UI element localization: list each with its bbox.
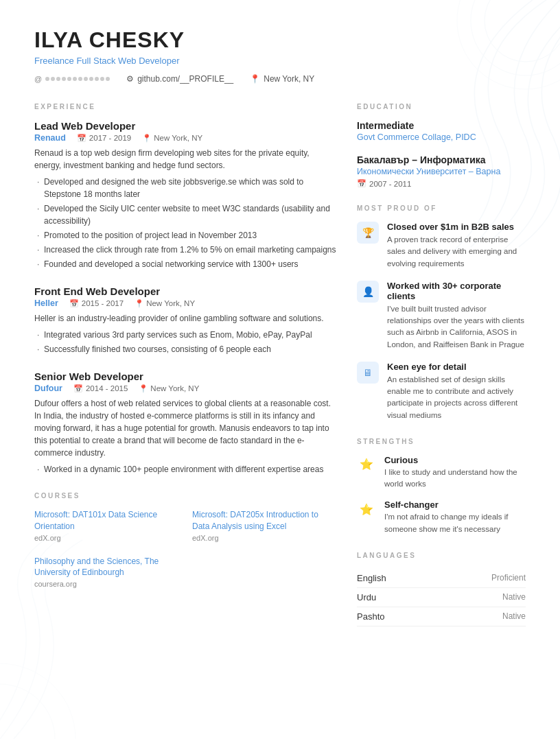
language-pashto: Pashto Native: [357, 607, 526, 626]
list-item: Successfully finished two courses, consi…: [34, 343, 336, 355]
list-item: Worked in a dynamic 100+ people environm…: [34, 463, 336, 476]
exp-desc-frontend: Heller is an industry-leading provider o…: [34, 312, 336, 325]
strength-item-curious: ⭐ Curious I like to study and understand…: [357, 455, 526, 491]
course-item-2: Microsoft: DAT205x Introduction to Data …: [192, 509, 336, 542]
strength-content-selfchanger: Self-changer I'm not afraid to change my…: [384, 500, 526, 535]
location-contact: 📍 New York, NY: [250, 74, 314, 84]
language-urdu: Urdu Native: [357, 588, 526, 607]
proud-desc-detail: An established set of design skills enab…: [387, 374, 526, 421]
github-contact: ⚙ github.com/__PROFILE__: [126, 74, 233, 84]
exp-item-frontend: Front End Web Developer Heller 📅 2015 - …: [34, 285, 336, 355]
list-item: Developed the Sicily UIC center website …: [34, 202, 336, 227]
edu-item-bachelor: Бакалавър – Информатика Икономически Уни…: [357, 154, 526, 188]
proud-content-sales: Closed over $1m in B2B sales A proven tr…: [387, 222, 526, 270]
proud-section-title: MOST PROUD OF: [357, 204, 526, 212]
courses-grid: Microsoft: DAT101x Data Science Orientat…: [34, 509, 336, 591]
resume-page: ILYA CHESKY Freelance Full Stack Web Dev…: [0, 0, 560, 654]
language-name-english: English: [357, 573, 386, 583]
list-item: Integrated various 3rd party services su…: [34, 329, 336, 341]
exp-company-dufour: Dufour: [34, 384, 62, 393]
contact-row: @ ⚙ github.com/__PROFILE__ 📍 New York, N…: [34, 74, 526, 84]
github-icon: ⚙: [126, 74, 134, 84]
location-icon-senior: 📍: [139, 384, 148, 393]
proud-desc-clients: I've built built trusted advisor relatio…: [387, 303, 526, 351]
right-column: EDUCATION Intermediate Govt Commerce Col…: [357, 103, 526, 626]
exp-meta-lead: Renaud 📅 2017 - 2019 📍 New York, NY: [34, 133, 336, 143]
github-value: github.com/__PROFILE__: [137, 74, 233, 84]
left-column: EXPERIENCE Lead Web Developer Renaud 📅 2…: [34, 103, 336, 626]
strength-title-selfchanger: Self-changer: [384, 500, 526, 510]
exp-meta-frontend: Heller 📅 2015 - 2017 📍 New York, NY: [34, 298, 336, 308]
monitor-icon: 🖥: [357, 362, 379, 384]
language-level-urdu: Native: [502, 592, 526, 602]
email-icon: @: [34, 75, 42, 83]
proud-title-clients: Worked with 30+ corporate clients: [387, 281, 526, 301]
course-title-3: Philosophy and the Sciences, The Univers…: [34, 556, 178, 579]
proud-item-detail: 🖥 Keen eye for detail An established set…: [357, 362, 526, 421]
strengths-section-title: STRENGTHS: [357, 438, 526, 445]
exp-company-renaud: Renaud: [34, 133, 66, 143]
exp-desc-senior: Dufour offers a host of web related serv…: [34, 397, 336, 459]
email-value: [45, 77, 110, 81]
proud-item-clients: 👤 Worked with 30+ corporate clients I've…: [357, 281, 526, 351]
course-title-1: Microsoft: DAT101x Data Science Orientat…: [34, 509, 178, 532]
star-icon-curious: ⭐: [357, 455, 376, 474]
strength-content-curious: Curious I like to study and understand h…: [384, 455, 526, 491]
person-icon: 👤: [357, 281, 379, 303]
exp-location-senior: 📍 New York, NY: [139, 384, 199, 393]
exp-title-lead: Lead Web Developer: [34, 120, 336, 132]
exp-desc-lead: Renaud is a top web design firm developi…: [34, 147, 336, 172]
proud-content-clients: Worked with 30+ corporate clients I've b…: [387, 281, 526, 351]
edu-dates-bachelor: 📅 2007 - 2011: [357, 179, 526, 188]
strength-desc-curious: I like to study and understand how the w…: [384, 467, 526, 491]
course-source-3: coursera.org: [34, 580, 178, 588]
edu-school-bachelor: Икономически Университет – Варна: [357, 167, 526, 176]
location-icon-lead: 📍: [142, 134, 152, 143]
list-item: Increased the click through rate from 1.…: [34, 244, 336, 256]
language-level-english: Proficient: [491, 573, 526, 583]
exp-company-heller: Heller: [34, 298, 58, 308]
header: ILYA CHESKY Freelance Full Stack Web Dev…: [34, 27, 526, 86]
location-icon-frontend: 📍: [135, 299, 144, 308]
svg-point-4: [0, 664, 75, 739]
proud-item-sales: 🏆 Closed over $1m in B2B sales A proven …: [357, 222, 526, 270]
edu-degree-bachelor: Бакалавър – Информатика: [357, 154, 526, 165]
exp-location-frontend: 📍 New York, NY: [135, 299, 195, 308]
proud-content-detail: Keen eye for detail An established set o…: [387, 362, 526, 421]
location-value: New York, NY: [264, 74, 314, 84]
strength-title-curious: Curious: [384, 455, 526, 465]
exp-bullets-lead: Developed and designed the web site jobb…: [34, 176, 336, 270]
exp-bullets-senior: Worked in a dynamic 100+ people environm…: [34, 463, 336, 476]
location-icon: 📍: [250, 74, 260, 84]
exp-meta-senior: Dufour 📅 2014 - 2015 📍 New York, NY: [34, 384, 336, 393]
course-title-2: Microsoft: DAT205x Introduction to Data …: [192, 509, 336, 532]
exp-item-senior: Senior Web Developer Dufour 📅 2014 - 201…: [34, 371, 336, 476]
language-level-pashto: Native: [502, 611, 526, 621]
svg-point-3: [0, 684, 55, 739]
strength-item-selfchanger: ⭐ Self-changer I'm not afraid to change …: [357, 500, 526, 535]
exp-title-senior: Senior Web Developer: [34, 371, 336, 382]
exp-dates-frontend: 📅 2015 - 2017: [69, 299, 124, 308]
exp-dates-lead: 📅 2017 - 2019: [77, 134, 131, 143]
exp-title-frontend: Front End Web Developer: [34, 285, 336, 297]
language-name-pashto: Pashto: [357, 611, 384, 622]
edu-degree-intermediate: Intermediate: [357, 120, 526, 131]
proud-desc-sales: A proven track record of enterprise sale…: [387, 234, 526, 270]
course-item-1: Microsoft: DAT101x Data Science Orientat…: [34, 509, 178, 542]
proud-title-detail: Keen eye for detail: [387, 362, 526, 372]
language-name-urdu: Urdu: [357, 592, 376, 602]
list-item: Developed and designed the web site jobb…: [34, 176, 336, 200]
exp-bullets-frontend: Integrated various 3rd party services su…: [34, 329, 336, 355]
education-section-title: EDUCATION: [357, 103, 526, 110]
courses-section-title: COURSES: [34, 492, 336, 500]
calendar-icon-bachelor: 📅: [357, 179, 366, 188]
exp-dates-senior: 📅 2014 - 2015: [73, 384, 128, 393]
trophy-icon: 🏆: [357, 222, 379, 244]
candidate-subtitle: Freelance Full Stack Web Developer: [34, 56, 526, 66]
course-source-1: edX.org: [34, 534, 178, 542]
candidate-name: ILYA CHESKY: [34, 27, 526, 53]
proud-title-sales: Closed over $1m in B2B sales: [387, 222, 526, 232]
experience-section-title: EXPERIENCE: [34, 103, 336, 110]
calendar-icon-frontend: 📅: [69, 299, 79, 308]
language-english: English Proficient: [357, 569, 526, 588]
